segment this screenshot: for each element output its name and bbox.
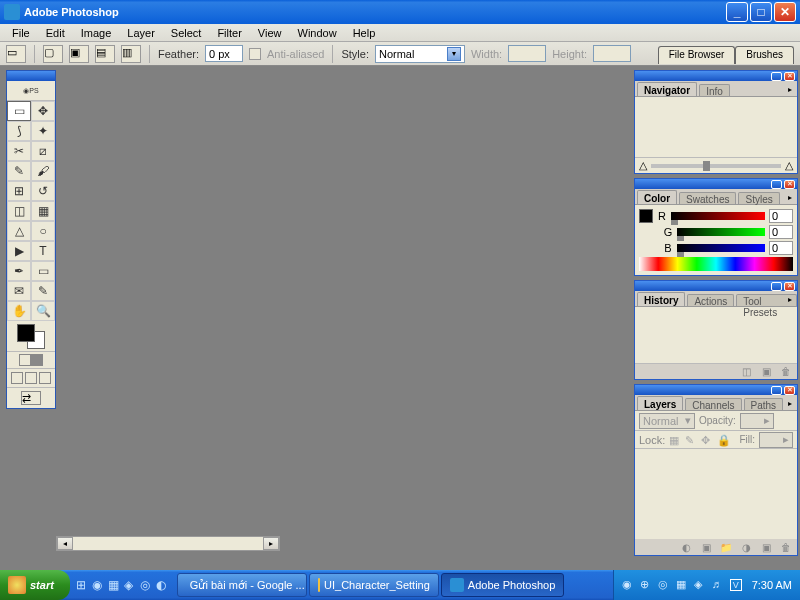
- menu-select[interactable]: Select: [163, 26, 210, 40]
- menu-filter[interactable]: Filter: [209, 26, 249, 40]
- quicklaunch-icon[interactable]: ▦: [108, 576, 122, 594]
- standard-mode-icon[interactable]: [19, 354, 31, 366]
- magic-wand-tool-icon[interactable]: ✦: [31, 121, 55, 141]
- tray-icon[interactable]: ▦: [676, 578, 690, 592]
- g-slider[interactable]: [677, 228, 765, 236]
- adjustment-layer-icon[interactable]: ◑: [739, 541, 753, 553]
- intersect-selection-icon[interactable]: ▥: [121, 45, 141, 63]
- tab-brushes[interactable]: Brushes: [735, 46, 794, 64]
- menu-view[interactable]: View: [250, 26, 290, 40]
- panel-close-icon[interactable]: ✕: [784, 282, 795, 291]
- tab-history[interactable]: History: [637, 292, 685, 306]
- quicklaunch-icon[interactable]: ◈: [124, 576, 138, 594]
- taskbar-item[interactable]: Adobe Photoshop: [441, 573, 564, 597]
- tab-color[interactable]: Color: [637, 190, 677, 204]
- menu-window[interactable]: Window: [290, 26, 345, 40]
- panel-menu-icon[interactable]: ▸: [785, 192, 795, 202]
- screen-full-icon[interactable]: [39, 372, 51, 384]
- jump-to-imageready-icon[interactable]: ⇄: [21, 391, 41, 405]
- shape-tool-icon[interactable]: ▭: [31, 261, 55, 281]
- close-button[interactable]: ✕: [774, 2, 796, 22]
- feather-input[interactable]: [205, 45, 243, 62]
- foreground-color[interactable]: [17, 324, 35, 342]
- eyedropper-tool-icon[interactable]: ✎: [31, 281, 55, 301]
- g-input[interactable]: [769, 225, 793, 239]
- quicklaunch-icon[interactable]: ◎: [140, 576, 154, 594]
- tab-layers[interactable]: Layers: [637, 396, 683, 410]
- new-snapshot-icon[interactable]: ▣: [759, 366, 773, 378]
- taskbar-item[interactable]: UI_Character_Setting: [309, 573, 439, 597]
- zoom-in-icon[interactable]: △: [785, 159, 793, 172]
- lasso-tool-icon[interactable]: ⟆: [7, 121, 31, 141]
- menu-image[interactable]: Image: [73, 26, 120, 40]
- trash-icon[interactable]: 🗑: [779, 366, 793, 378]
- new-selection-icon[interactable]: ▢: [43, 45, 63, 63]
- blur-tool-icon[interactable]: △: [7, 221, 31, 241]
- quicklaunch-icon[interactable]: ⊞: [76, 576, 90, 594]
- quickmask-mode-icon[interactable]: [31, 354, 43, 366]
- taskbar-item[interactable]: Gửi bài mới - Google ...: [177, 573, 307, 597]
- history-brush-tool-icon[interactable]: ↺: [31, 181, 55, 201]
- gradient-tool-icon[interactable]: ▦: [31, 201, 55, 221]
- quicklaunch-icon[interactable]: ◐: [156, 576, 170, 594]
- menu-edit[interactable]: Edit: [38, 26, 73, 40]
- menu-file[interactable]: File: [4, 26, 38, 40]
- tab-swatches[interactable]: Swatches: [679, 192, 736, 204]
- zoom-out-icon[interactable]: △: [639, 159, 647, 172]
- tray-icon[interactable]: V: [730, 579, 742, 591]
- marquee-tool-icon[interactable]: ▭: [7, 101, 31, 121]
- tab-styles[interactable]: Styles: [738, 192, 779, 204]
- marquee-tool-preset-icon[interactable]: ▭: [6, 45, 26, 63]
- scroll-track[interactable]: [73, 537, 263, 550]
- panel-menu-icon[interactable]: ▸: [785, 398, 795, 408]
- panel-minimize-icon[interactable]: _: [771, 282, 782, 291]
- tray-icon[interactable]: ⊕: [640, 578, 654, 592]
- b-input[interactable]: [769, 241, 793, 255]
- r-input[interactable]: [769, 209, 793, 223]
- b-slider[interactable]: [677, 244, 765, 252]
- eraser-tool-icon[interactable]: ◫: [7, 201, 31, 221]
- panel-minimize-icon[interactable]: _: [771, 180, 782, 189]
- delete-layer-icon[interactable]: 🗑: [779, 541, 793, 553]
- new-set-icon[interactable]: 📁: [719, 541, 733, 553]
- subtract-selection-icon[interactable]: ▤: [95, 45, 115, 63]
- panel-titlebar[interactable]: _ ✕: [635, 71, 797, 81]
- fg-swatch[interactable]: [639, 209, 653, 223]
- dodge-tool-icon[interactable]: ○: [31, 221, 55, 241]
- panel-titlebar[interactable]: _ ✕: [635, 385, 797, 395]
- tray-icon[interactable]: ◎: [658, 578, 672, 592]
- color-spectrum[interactable]: [639, 257, 793, 271]
- slice-tool-icon[interactable]: ⧄: [31, 141, 55, 161]
- tab-info[interactable]: Info: [699, 84, 730, 96]
- tab-file-browser[interactable]: File Browser: [658, 46, 736, 64]
- scroll-left-icon[interactable]: ◂: [57, 537, 73, 550]
- panel-titlebar[interactable]: _ ✕: [635, 281, 797, 291]
- brush-tool-icon[interactable]: 🖌: [31, 161, 55, 181]
- zoom-slider[interactable]: [651, 164, 781, 168]
- zoom-tool-icon[interactable]: 🔍: [31, 301, 55, 321]
- tab-channels[interactable]: Channels: [685, 398, 741, 410]
- style-select[interactable]: Normal ▾: [375, 45, 465, 63]
- screen-standard-icon[interactable]: [11, 372, 23, 384]
- minimize-button[interactable]: _: [726, 2, 748, 22]
- panel-menu-icon[interactable]: ▸: [785, 294, 795, 304]
- new-document-icon[interactable]: ◫: [739, 366, 753, 378]
- layer-style-icon[interactable]: ◐: [679, 541, 693, 553]
- panel-close-icon[interactable]: ✕: [784, 180, 795, 189]
- horizontal-scrollbar[interactable]: ◂ ▸: [56, 536, 280, 551]
- tab-actions[interactable]: Actions: [687, 294, 734, 306]
- panel-menu-icon[interactable]: ▸: [785, 84, 795, 94]
- r-slider[interactable]: [671, 212, 765, 220]
- tray-icon[interactable]: ♬: [712, 578, 726, 592]
- layer-mask-icon[interactable]: ▣: [699, 541, 713, 553]
- screen-menubar-icon[interactable]: [25, 372, 37, 384]
- toolbox-titlebar[interactable]: [7, 71, 55, 81]
- tab-navigator[interactable]: Navigator: [637, 82, 697, 96]
- panel-minimize-icon[interactable]: _: [771, 386, 782, 395]
- quicklaunch-icon[interactable]: ◉: [92, 576, 106, 594]
- pen-tool-icon[interactable]: ✒: [7, 261, 31, 281]
- clock[interactable]: 7:30 AM: [752, 579, 792, 591]
- panel-titlebar[interactable]: _ ✕: [635, 179, 797, 189]
- new-layer-icon[interactable]: ▣: [759, 541, 773, 553]
- notes-tool-icon[interactable]: ✉: [7, 281, 31, 301]
